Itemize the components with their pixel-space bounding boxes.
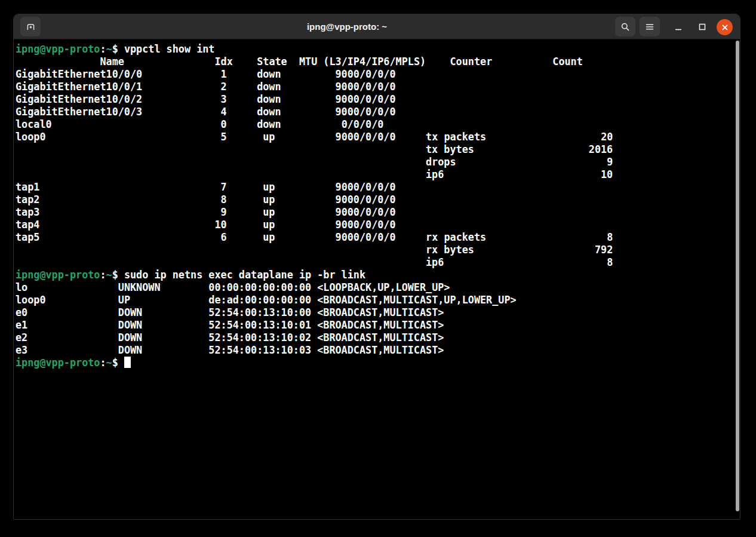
- terminal-line: local0 0 down 0/0/0/0: [16, 118, 738, 131]
- terminal-cursor: [124, 357, 131, 368]
- minimize-button[interactable]: [672, 20, 685, 33]
- terminal-line: e0 DOWN 52:54:00:13:10:00 <BROADCAST,MUL…: [16, 306, 738, 319]
- minimize-icon: [674, 22, 683, 32]
- search-button[interactable]: [615, 17, 635, 36]
- close-button[interactable]: [717, 19, 733, 35]
- terminal-line: ipng@vpp-proto:~$ vppctl show int: [16, 43, 738, 56]
- terminal-line: GigabitEthernet10/0/0 1 down 9000/0/0/0: [16, 68, 738, 81]
- terminal-line: drops 9: [16, 156, 738, 168]
- terminal-line: tap2 8 up 9000/0/0/0: [16, 194, 738, 206]
- terminal-line: ip6 8: [16, 256, 738, 269]
- terminal-line: ipng@vpp-proto:~$: [16, 357, 738, 369]
- new-tab-icon: [26, 22, 36, 32]
- hamburger-menu-icon: [645, 22, 654, 32]
- menu-button[interactable]: [640, 17, 660, 36]
- new-tab-button[interactable]: [20, 17, 41, 36]
- terminal-line: GigabitEthernet10/0/1 2 down 9000/0/0/0: [16, 81, 738, 93]
- terminal-line: loop0 UP de:ad:00:00:00:00 <BROADCAST,MU…: [16, 294, 738, 306]
- terminal-output: ipng@vpp-proto:~$ vppctl show int Name I…: [16, 43, 738, 369]
- terminal-screen[interactable]: ipng@vpp-proto:~$ vppctl show int Name I…: [14, 39, 740, 519]
- terminal-line: tap3 9 up 9000/0/0/0: [16, 206, 738, 219]
- window-title: ipng@vpp-proto: ~: [85, 14, 609, 39]
- terminal-line: tap1 7 up 9000/0/0/0: [16, 181, 738, 194]
- desktop: { "window": { "title": "ipng@vpp-proto: …: [0, 0, 756, 537]
- terminal-line: ipng@vpp-proto:~$ sudo ip netns exec dat…: [16, 269, 738, 281]
- close-icon: [720, 23, 730, 32]
- terminal-line: loop0 5 up 9000/0/0/0 tx packets 20: [16, 131, 738, 143]
- maximize-button[interactable]: [696, 20, 709, 33]
- terminal-line: tap5 6 up 9000/0/0/0 rx packets 8: [16, 231, 738, 244]
- terminal-line: Name Idx State MTU (L3/IP4/IP6/MPLS) Cou…: [16, 56, 738, 68]
- terminal-line: lo UNKNOWN 00:00:00:00:00:00 <LOOPBACK,U…: [16, 281, 738, 294]
- terminal-line: GigabitEthernet10/0/3 4 down 9000/0/0/0: [16, 106, 738, 118]
- terminal-line: e3 DOWN 52:54:00:13:10:03 <BROADCAST,MUL…: [16, 344, 738, 357]
- terminal-line: tx bytes 2016: [16, 143, 738, 156]
- terminal-line: rx bytes 792: [16, 244, 738, 256]
- terminal-line: tap4 10 up 9000/0/0/0: [16, 219, 738, 231]
- titlebar[interactable]: ipng@vpp-proto: ~: [14, 14, 740, 39]
- terminal-line: GigabitEthernet10/0/2 3 down 9000/0/0/0: [16, 93, 738, 106]
- scrollbar-thumb[interactable]: [736, 41, 739, 511]
- maximize-icon: [697, 22, 707, 32]
- terminal-line: e1 DOWN 52:54:00:13:10:01 <BROADCAST,MUL…: [16, 319, 738, 332]
- terminal-line: e2 DOWN 52:54:00:13:10:02 <BROADCAST,MUL…: [16, 332, 738, 344]
- search-icon: [620, 22, 630, 32]
- terminal-line: ip6 10: [16, 168, 738, 181]
- terminal-window: ipng@vpp-proto: ~: [13, 14, 740, 520]
